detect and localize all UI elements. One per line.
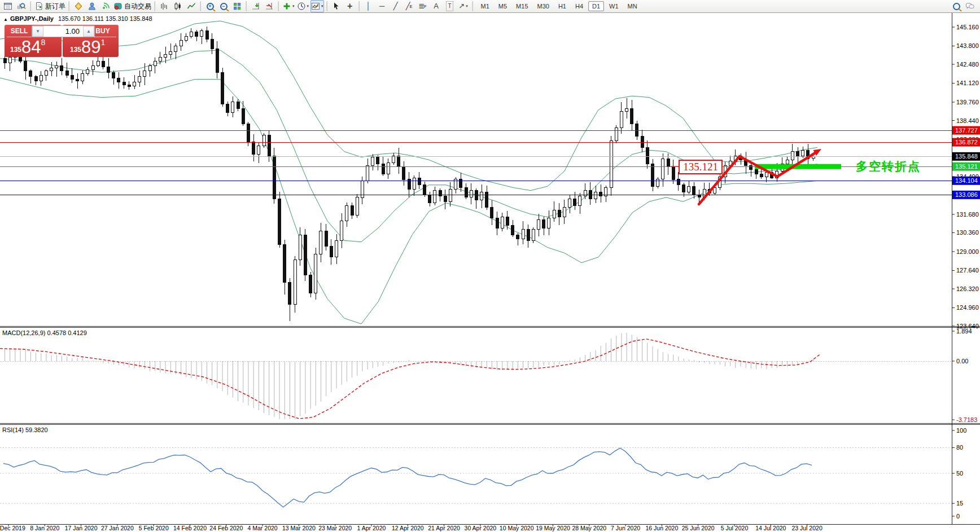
svg-text:10 May 2020: 10 May 2020 bbox=[500, 525, 534, 531]
volume-increase-button[interactable]: ▲ bbox=[83, 26, 94, 37]
one-click-trading-panel: SELL BUY ▼ 1.00 ▲ 135848 135891 bbox=[5, 25, 119, 57]
periods-icon[interactable]: ▾ bbox=[296, 0, 310, 12]
timeframe-m30[interactable]: M30 bbox=[533, 1, 553, 11]
symbol-period-label: GBPJPY-,Daily bbox=[10, 15, 54, 22]
rsi-label: RSI(14) 59.3820 bbox=[2, 427, 48, 433]
vline-tool-icon[interactable]: │ bbox=[362, 0, 375, 12]
svg-text:1.894: 1.894 bbox=[956, 328, 972, 335]
text-tool-icon[interactable]: A bbox=[430, 0, 443, 12]
zoom-in-icon: + bbox=[207, 3, 214, 10]
window-zoom-icon[interactable] bbox=[15, 0, 28, 12]
svg-text:135.121: 135.121 bbox=[955, 163, 978, 170]
arrows-tool-icon[interactable]: ↗▾ bbox=[457, 0, 470, 12]
sell-price[interactable]: 135848 bbox=[10, 38, 45, 56]
bar-chart-mode-icon[interactable] bbox=[158, 0, 170, 12]
svg-text:19 May 2020: 19 May 2020 bbox=[536, 525, 570, 531]
svg-text:13 Mar 2020: 13 Mar 2020 bbox=[282, 525, 316, 531]
crosshair-tool-icon[interactable]: + bbox=[344, 0, 356, 12]
timeframe-m1[interactable]: M1 bbox=[477, 1, 493, 11]
price-callout-box[interactable]: 135.121 bbox=[679, 160, 723, 174]
templates-icon[interactable]: ▾ bbox=[310, 0, 324, 12]
candle-chart-mode-icon[interactable] bbox=[172, 0, 184, 12]
toolbar-separator bbox=[358, 1, 360, 11]
signals-icon[interactable] bbox=[99, 0, 112, 12]
chart-title: ▲GBPJPY-,Daily135.670 136.111 135.310 13… bbox=[3, 15, 152, 22]
auto-scroll-icon[interactable] bbox=[250, 0, 262, 12]
svg-text:1 Apr 2020: 1 Apr 2020 bbox=[357, 525, 386, 531]
svg-text:135.848: 135.848 bbox=[955, 153, 978, 160]
turning-point-text[interactable]: 多空转折点 bbox=[856, 159, 921, 174]
svg-text:138.440: 138.440 bbox=[956, 117, 979, 124]
mt4-window: 新订单自动交易+−▾▾▾+│─╱╱E≣FAT↗▾M1M5M15M30H1H4D1… bbox=[0, 0, 980, 532]
svg-text:24 Feb 2020: 24 Feb 2020 bbox=[209, 525, 243, 531]
svg-text:126.320: 126.320 bbox=[956, 285, 979, 292]
trendline-tool-icon[interactable]: ╱ bbox=[390, 0, 402, 12]
dropdown-caret-icon[interactable]: ▾ bbox=[307, 4, 309, 8]
chat-icon[interactable] bbox=[964, 0, 976, 12]
svg-text:143.800: 143.800 bbox=[956, 42, 979, 49]
svg-text:28 May 2020: 28 May 2020 bbox=[572, 525, 606, 531]
svg-text:16 Jun 2020: 16 Jun 2020 bbox=[645, 525, 678, 531]
timeframe-h1[interactable]: H1 bbox=[554, 1, 570, 11]
new-order-button[interactable]: 新订单 bbox=[34, 0, 66, 12]
svg-text:0: 0 bbox=[956, 513, 960, 520]
toolbar-separator bbox=[200, 1, 201, 11]
auto-trading-button[interactable]: 自动交易 bbox=[113, 0, 152, 12]
hline-tool-icon[interactable]: ─ bbox=[376, 0, 388, 12]
volume-decrease-button[interactable]: ▼ bbox=[32, 26, 43, 37]
one-click-collapse-icon[interactable]: ▲ bbox=[3, 17, 8, 22]
timeframe-m15[interactable]: M15 bbox=[512, 1, 532, 11]
svg-text:141.120: 141.120 bbox=[956, 80, 979, 86]
dropdown-caret-icon[interactable]: ▾ bbox=[321, 4, 323, 8]
dropdown-caret-icon[interactable]: ▾ bbox=[466, 4, 468, 8]
svg-text:124.960: 124.960 bbox=[956, 304, 979, 311]
svg-text:100: 100 bbox=[956, 427, 966, 434]
svg-text:25 Jun 2020: 25 Jun 2020 bbox=[682, 525, 715, 531]
fibonacci-tool-icon[interactable]: ≣F bbox=[417, 0, 429, 12]
toolbar-separator bbox=[30, 1, 31, 11]
dropdown-caret-icon[interactable]: ▾ bbox=[292, 4, 295, 8]
svg-text:14 Feb 2020: 14 Feb 2020 bbox=[173, 525, 207, 531]
buy-price[interactable]: 135891 bbox=[70, 38, 105, 56]
svg-text:139.760: 139.760 bbox=[956, 99, 979, 105]
svg-text:21 Apr 2020: 21 Apr 2020 bbox=[428, 525, 460, 531]
ohlc-values: 135.670 136.111 135.310 135.848 bbox=[58, 15, 152, 22]
sell-button[interactable]: SELL bbox=[7, 26, 32, 37]
timeframe-h4[interactable]: H4 bbox=[571, 1, 587, 11]
indicators-icon[interactable]: ▾ bbox=[282, 0, 295, 12]
timeframe-mn[interactable]: MN bbox=[624, 1, 641, 11]
cursor-tool-icon[interactable] bbox=[330, 0, 343, 12]
zoom-in-icon[interactable]: + bbox=[204, 0, 216, 12]
chart-shift-icon[interactable] bbox=[263, 0, 275, 12]
timeframe-m5[interactable]: M5 bbox=[495, 1, 511, 11]
svg-text:136.872: 136.872 bbox=[955, 139, 978, 146]
volume-stepper[interactable]: ▼ 1.00 ▲ bbox=[32, 25, 95, 37]
svg-text:8 Jan 2020: 8 Jan 2020 bbox=[30, 525, 59, 531]
svg-text:4 Mar 2020: 4 Mar 2020 bbox=[248, 525, 278, 531]
volume-value[interactable]: 1.00 bbox=[43, 26, 83, 37]
toolbar: 新订单自动交易+−▾▾▾+│─╱╱E≣FAT↗▾M1M5M15M30H1H4D1… bbox=[0, 0, 980, 13]
svg-text:133.086: 133.086 bbox=[955, 191, 978, 198]
svg-text:142.480: 142.480 bbox=[956, 61, 979, 68]
tile-windows-icon[interactable] bbox=[231, 0, 243, 12]
text-label-tool-icon[interactable]: T bbox=[444, 0, 456, 12]
search-icon[interactable] bbox=[950, 0, 963, 12]
expert-advisors-icon[interactable] bbox=[86, 0, 98, 12]
toolbar-separator bbox=[246, 1, 247, 11]
macd-label: MACD(12,26,9) 0.4578 0.4129 bbox=[2, 329, 87, 336]
svg-text:-3.7183: -3.7183 bbox=[956, 416, 977, 423]
channel-tool-icon[interactable]: ╱E bbox=[403, 0, 415, 12]
charts-window-icon[interactable] bbox=[2, 0, 14, 12]
timeframe-d1[interactable]: D1 bbox=[588, 1, 604, 11]
toolbar-separator bbox=[326, 1, 327, 11]
date-axis[interactable]: 30 Dec 20198 Jan 202017 Jan 202027 Jan 2… bbox=[0, 524, 823, 531]
svg-text:127.640: 127.640 bbox=[956, 267, 979, 274]
timeframe-w1[interactable]: W1 bbox=[605, 1, 623, 11]
zoom-out-icon[interactable]: − bbox=[217, 0, 230, 12]
svg-text:137.727: 137.727 bbox=[955, 127, 978, 134]
toolbar-separator bbox=[154, 1, 155, 11]
timeframe-group: M1M5M15M30H1H4D1W1MN bbox=[476, 1, 642, 11]
metaquotes-community-icon[interactable] bbox=[72, 0, 85, 12]
chart-canvas[interactable]: 145.160143.800142.480141.120139.760138.4… bbox=[0, 0, 980, 532]
line-chart-mode-icon[interactable] bbox=[185, 0, 198, 12]
